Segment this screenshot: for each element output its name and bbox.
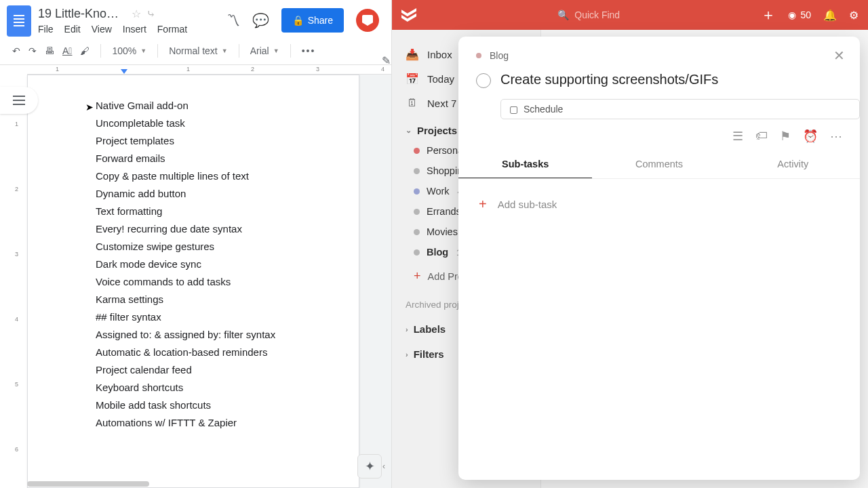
doc-line[interactable]: Text formatting [96,203,338,220]
doc-line[interactable]: Dark mode device sync [96,256,338,273]
doc-line[interactable]: Native Gmail add-on [96,97,338,115]
comments-icon[interactable]: 💬 [252,12,269,28]
menu-edit[interactable]: Edit [64,24,81,35]
doc-line[interactable]: Project templates [96,132,338,150]
docs-logo-icon[interactable] [7,5,31,37]
gdocs-header: 19 Little-Known ... ☆ ⤷ File Edit View I… [0,0,391,37]
quick-find[interactable]: 🔍 Quick Find [427,9,750,20]
task-title[interactable]: Create supporting screenshots/GIFs [500,72,718,87]
doc-line[interactable]: Project calendar feed [96,361,338,379]
add-subtask[interactable]: + Add sub-task [476,192,842,216]
task-checkbox[interactable] [476,73,491,88]
plus-icon: + [479,197,487,212]
tab-comments[interactable]: Comments [592,152,726,178]
doc-line[interactable]: Automatic & location-based reminders [96,344,338,361]
menu-insert[interactable]: Insert [123,24,146,35]
menu-format[interactable]: Format [157,24,187,35]
task-tabs: Sub-tasks Comments Activity [458,152,860,179]
share-button[interactable]: 🔒 Share [281,8,344,33]
more-icon[interactable]: ••• [302,45,316,56]
gdocs-toolbar: ↶ ↷ 🖶 Aͯ 🖌 100%▼ Normal text▼ Arial▼ ••• [0,37,391,65]
doc-line[interactable]: ## filter syntax [96,308,338,326]
tab-activity[interactable]: Activity [726,152,860,178]
close-icon[interactable]: ✕ [833,47,845,64]
breadcrumb[interactable]: Blog [490,50,509,61]
menu-bar: File Edit View Insert Format [38,21,220,35]
todoist-topbar: 🔍 Quick Find ＋ ◉ 50 🔔 ⚙ [392,0,868,30]
text-cursor-icon: ➤ [85,98,94,116]
star-icon[interactable]: ☆ [132,7,141,20]
print-icon[interactable]: 🖶 [45,45,54,56]
schedule-button[interactable]: ▢ Schedule [500,99,860,119]
project-dot-icon [476,53,481,58]
search-placeholder: Quick Find [574,9,620,20]
karma-score[interactable]: ◉ 50 [788,9,811,20]
tag-icon[interactable]: 🏷 [755,129,768,144]
redo-icon[interactable]: ↷ [28,45,37,56]
share-label: Share [308,15,333,26]
spellcheck-icon[interactable]: Aͯ [62,45,72,56]
list-icon[interactable]: ☰ [732,129,743,144]
google-docs-app: 19 Little-Known ... ☆ ⤷ File Edit View I… [0,0,392,488]
account-avatar[interactable] [356,9,379,32]
lock-icon: 🔒 [292,15,304,26]
doc-line[interactable]: Dynamic add button [96,185,338,203]
doc-line[interactable]: Automations w/ IFTTT & Zapier [96,414,338,432]
doc-line[interactable]: Forward emails [96,150,338,167]
doc-line[interactable]: Uncompletable task [96,115,338,132]
todoist-logo-icon[interactable] [401,7,416,22]
font-dropdown[interactable]: Arial▼ [250,45,279,56]
doc-line[interactable]: Customize swipe gestures [96,238,338,256]
document-body: 1 2 3 4 5 6 ➤ Native Gmail add-on Uncomp… [0,75,391,488]
doc-line[interactable]: Mobile add task shortcuts [96,396,338,414]
doc-line[interactable]: Voice commands to add tasks [96,273,338,291]
flag-icon[interactable]: ⚑ [780,129,791,144]
task-detail-panel: Blog ✕ Create supporting screenshots/GIF… [458,37,860,480]
zoom-dropdown[interactable]: 100%▼ [112,45,146,56]
undo-icon[interactable]: ↶ [12,45,20,56]
reminder-icon[interactable]: ⏰ [803,129,818,144]
tab-subtasks[interactable]: Sub-tasks [458,152,592,178]
document-page[interactable]: ➤ Native Gmail add-on Uncompletable task… [27,75,359,488]
activity-icon[interactable]: 〽 [226,13,240,28]
calendar-icon: ▢ [509,104,518,115]
add-task-icon[interactable]: ＋ [761,5,776,25]
menu-file[interactable]: File [38,24,54,35]
notifications-icon[interactable]: 🔔 [823,9,837,22]
doc-line[interactable]: Copy & paste multiple lines of text [96,167,338,185]
more-icon[interactable]: ⋯ [830,129,842,144]
indent-marker-icon[interactable] [121,69,127,74]
doc-title[interactable]: 19 Little-Known ... [38,7,126,21]
horizontal-scrollbar[interactable] [27,481,149,487]
vertical-ruler[interactable]: 1 2 3 4 5 6 [0,75,27,488]
doc-line[interactable]: Karma settings [96,291,338,308]
todoist-app: 🔍 Quick Find ＋ ◉ 50 🔔 ⚙ 📥 Inbox14 📅 Toda… [392,0,868,488]
doc-line[interactable]: Keyboard shortcuts [96,379,338,396]
collapse-sidebar-icon[interactable]: ‹ [378,454,390,479]
move-icon[interactable]: ⤷ [146,7,155,20]
style-dropdown[interactable]: Normal text▼ [169,45,228,56]
settings-gear-icon[interactable]: ⚙ [849,9,859,22]
karma-icon: ◉ [788,9,796,20]
search-icon: 🔍 [557,9,569,20]
menu-view[interactable]: View [92,24,112,35]
paint-format-icon[interactable]: 🖌 [80,45,90,56]
doc-line[interactable]: Every! recurring due date syntax [96,220,338,238]
outline-toggle[interactable] [0,87,38,114]
doc-line[interactable]: Assigned to: & assigned by: filter synta… [96,326,338,344]
horizontal-ruler[interactable]: 1 1 2 3 4 [27,65,391,75]
